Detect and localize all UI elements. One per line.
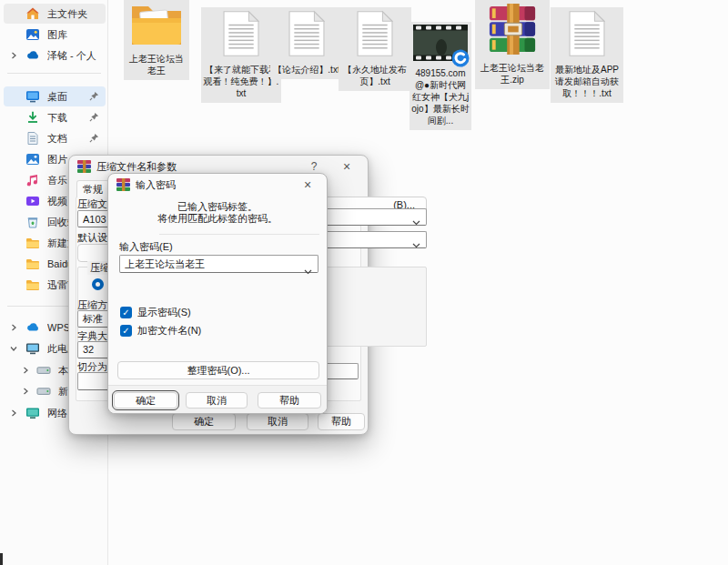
tab-general[interactable]: 常规	[76, 180, 109, 197]
desktop-item-text-file[interactable]: 最新地址及APP请发邮箱自动获取！！！.txt	[551, 7, 623, 103]
password-dialog: 输入密码 × 已输入密码标签。 将使用匹配此标签的密码。 输入密码(E) 上老王…	[107, 173, 328, 414]
pin-icon	[89, 91, 99, 101]
dialog-close-button[interactable]: ×	[296, 177, 319, 193]
home-icon	[25, 6, 40, 21]
ok-button[interactable]: 确定	[114, 392, 177, 409]
show-password-checkbox-row[interactable]: ✓ 显示密码(S)	[120, 306, 191, 319]
sidebar-item-onedrive[interactable]: 泽铭 - 个人	[4, 45, 106, 66]
computer-icon	[25, 341, 40, 356]
chevron-down-icon[interactable]	[10, 345, 17, 352]
encrypt-names-checkbox-row[interactable]: ✓ 加密文件名(N)	[120, 324, 201, 338]
organize-passwords-button[interactable]: 整理密码(O)...	[117, 361, 319, 379]
text-file-icon	[569, 10, 605, 61]
text-file-icon	[223, 10, 259, 61]
sidebar-item-label: 视频	[47, 195, 67, 208]
sidebar-item-label: 图片	[47, 153, 67, 166]
password-combobox[interactable]: 上老王论坛当老王	[119, 255, 318, 273]
ok-button[interactable]: 确定	[172, 413, 236, 430]
desktop-item-label: 上老王论坛当老王.zip	[477, 62, 548, 86]
network-icon	[25, 406, 40, 420]
pin-icon	[89, 112, 99, 122]
password-input-label: 输入密码(E)	[119, 240, 173, 254]
password-info-line2: 将使用匹配此标签的密码。	[108, 212, 327, 226]
cancel-button[interactable]: 取消	[186, 392, 248, 409]
dialog-close-button[interactable]: ×	[335, 158, 359, 175]
winrar-archive-icon	[488, 3, 537, 59]
text-file-icon	[357, 10, 393, 61]
screen-edge-artifact	[0, 553, 3, 565]
show-password-label: 显示密码(S)	[137, 306, 191, 319]
folder-icon	[25, 277, 40, 292]
desktop-item-label: 【来了就能下载和观看！纯免费！】.txt	[203, 64, 279, 99]
password-dialog-title: 输入密码	[136, 178, 176, 192]
desktop-item-text-file[interactable]: 【来了就能下载和观看！纯免费！】.txt	[201, 7, 281, 103]
help-button[interactable]: 帮助	[318, 413, 365, 430]
chevron-right-icon[interactable]	[22, 388, 29, 395]
chevron-right-icon[interactable]	[22, 367, 29, 374]
chevron-down-icon	[304, 263, 312, 268]
videos-icon	[25, 194, 40, 208]
desktop-item-label: 489155.com@●新时代网红女神【犬九jojo】最新长时间剧...	[411, 67, 470, 126]
pictures-icon	[25, 152, 40, 166]
desktop-item-label: 最新地址及APP请发邮箱自动获取！！！.txt	[552, 64, 622, 99]
desktop-item-label: 【永久地址发布页】.txt	[340, 64, 410, 87]
documents-icon	[25, 131, 40, 146]
cloud-icon	[25, 320, 40, 335]
chevron-down-icon	[412, 239, 420, 245]
screen: 主文件夹 图库 泽铭 - 个人 桌面 下载 文档	[0, 0, 728, 565]
chevron-right-icon[interactable]	[10, 52, 17, 59]
sidebar-item-label: 桌面	[47, 90, 67, 104]
sidebar-item-label: 图库	[47, 28, 67, 42]
help-button[interactable]: 帮助	[258, 392, 321, 409]
desktop-icon	[25, 89, 40, 104]
checkbox-checked-icon[interactable]: ✓	[120, 325, 132, 337]
winrar-icon	[77, 160, 91, 173]
archive-dialog-title: 压缩文件名和参数	[96, 160, 177, 174]
sidebar-item-label: 主文件夹	[47, 7, 87, 21]
sidebar-item-desktop[interactable]: 桌面	[4, 86, 106, 106]
winrar-icon	[116, 178, 130, 191]
music-icon	[25, 173, 40, 187]
chevron-down-icon	[412, 217, 420, 222]
sidebar-item-documents[interactable]: 文档	[4, 128, 106, 148]
folder-icon	[25, 257, 40, 271]
pin-icon	[89, 133, 99, 143]
drive-icon	[36, 384, 51, 399]
format-radio[interactable]	[92, 278, 104, 290]
chevron-right-icon[interactable]	[10, 409, 17, 417]
gallery-icon	[25, 27, 40, 42]
download-icon	[25, 110, 40, 125]
folder-icon	[25, 236, 40, 250]
chevron-right-icon[interactable]	[10, 324, 17, 331]
cancel-button[interactable]: 取消	[247, 413, 308, 430]
sidebar-item-label: 下载	[47, 111, 67, 125]
sidebar-item-label: 文档	[47, 132, 67, 146]
folder-large-icon	[129, 3, 184, 50]
checkbox-checked-icon[interactable]: ✓	[120, 307, 132, 318]
desktop-item-label: 上老王论坛当老王	[126, 53, 187, 76]
sidebar-item-label: 网络	[47, 407, 67, 420]
drive-icon	[36, 363, 51, 378]
player-badge-icon	[451, 49, 470, 67]
sidebar-item-label: 音乐	[47, 174, 67, 187]
onedrive-cloud-icon	[25, 48, 40, 63]
desktop-item-video-file[interactable]: 489155.com@●新时代网红女神【犬九jojo】最新长时间剧...	[410, 22, 471, 130]
separator	[159, 234, 319, 235]
sidebar-item-label: 泽铭 - 个人	[47, 49, 96, 63]
password-dialog-titlebar: 输入密码	[108, 174, 327, 196]
encrypt-names-label: 加密文件名(N)	[137, 324, 201, 338]
recycle-bin-icon	[25, 215, 40, 229]
sidebar-separator	[7, 73, 101, 74]
text-file-icon	[288, 10, 325, 61]
desktop-item-text-file[interactable]: 【永久地址发布页】.txt	[339, 7, 411, 91]
desktop-item-folder[interactable]: 上老王论坛当老王	[124, 0, 189, 80]
sidebar-item-downloads[interactable]: 下载	[4, 107, 106, 127]
desktop-item-text-file[interactable]: 【论坛介绍】.txt	[270, 7, 343, 79]
sidebar-item-gallery[interactable]: 图库	[4, 25, 106, 45]
sidebar-item-home[interactable]: 主文件夹	[4, 4, 106, 24]
desktop-item-label: 【论坛介绍】.txt	[273, 64, 339, 76]
desktop-item-zip-archive[interactable]: 上老王论坛当老王.zip	[475, 0, 550, 89]
